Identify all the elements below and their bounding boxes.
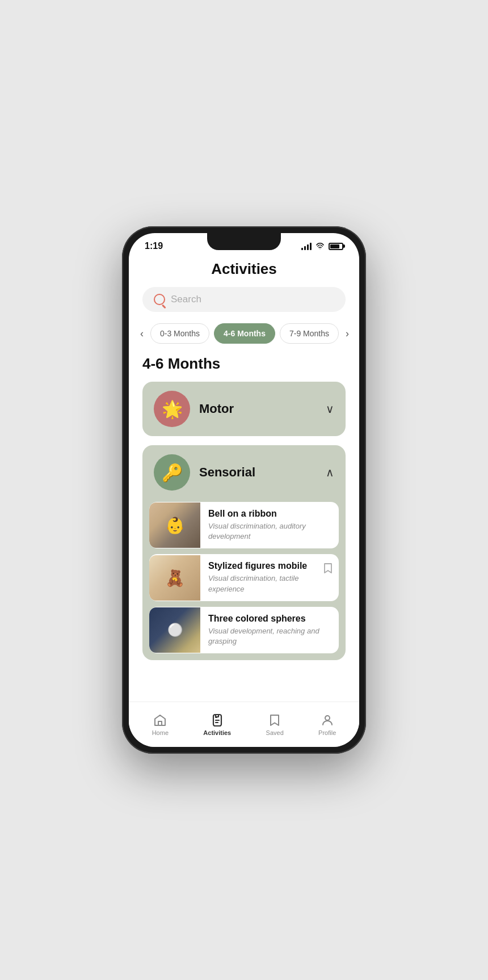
tab-4-6-months[interactable]: 4-6 Months (214, 323, 275, 344)
age-tabs: 0-3 Months 4-6 Months 7-9 Months (150, 323, 339, 344)
sensorial-chevron-up-icon: ∧ (326, 466, 334, 479)
bell-ribbon-title: Bell on a ribbon (208, 509, 331, 519)
sensorial-category-name: Sensorial (199, 465, 317, 480)
bell-ribbon-info: Bell on a ribbon Visual discrimination, … (200, 502, 339, 548)
prev-arrow[interactable]: ‹ (138, 326, 146, 342)
activity-bell-ribbon[interactable]: Bell on a ribbon Visual discrimination, … (149, 502, 339, 548)
motor-icon-emoji: 🌟 (162, 399, 183, 419)
sensorial-icon-circle: 🔑 (154, 454, 190, 491)
category-sensorial-header[interactable]: 🔑 Sensorial ∧ (142, 445, 346, 500)
age-filter: ‹ 0-3 Months 4-6 Months 7-9 Months › (129, 323, 359, 355)
tab-7-9-months[interactable]: 7-9 Months (280, 323, 339, 344)
motor-icon-circle: 🌟 (154, 391, 190, 427)
profile-icon (321, 713, 334, 727)
bell-ribbon-thumbnail (149, 502, 200, 548)
nav-home-label: Home (152, 729, 169, 736)
search-container: Search (129, 287, 359, 323)
status-time: 1:19 (145, 241, 163, 251)
notch (207, 233, 281, 250)
search-icon (154, 294, 165, 305)
activities-icon (211, 713, 224, 727)
signal-icon (301, 242, 312, 250)
sensorial-icon-emoji: 🔑 (162, 463, 183, 483)
status-icons (301, 242, 343, 250)
three-spheres-thumbnail (149, 607, 200, 653)
search-bar[interactable]: Search (142, 287, 346, 312)
sensorial-activity-list: Bell on a ribbon Visual discrimination, … (142, 500, 346, 660)
three-spheres-info: Three colored spheres Visual development… (200, 607, 339, 653)
saved-icon (268, 713, 281, 727)
stylized-mobile-info: Stylized figures mobile Visual discrimin… (200, 554, 322, 601)
stylized-mobile-thumbnail (149, 555, 200, 601)
nav-home[interactable]: Home (143, 710, 178, 740)
category-motor: 🌟 Motor ∨ (142, 382, 346, 436)
svg-rect-1 (158, 721, 162, 725)
bell-ribbon-description: Visual discrimination, auditory developm… (208, 521, 331, 542)
nav-activities[interactable]: Activities (194, 710, 240, 740)
nav-saved[interactable]: Saved (257, 710, 293, 740)
nav-saved-label: Saved (266, 729, 284, 736)
page-title: Activities (129, 255, 359, 287)
phone-screen: 1:19 (129, 233, 359, 747)
three-spheres-title: Three colored spheres (208, 614, 331, 624)
section-heading: 4-6 Months (129, 355, 359, 382)
home-icon (153, 713, 167, 727)
wifi-icon (315, 242, 325, 250)
three-spheres-image (149, 607, 200, 653)
svg-point-3 (325, 716, 330, 720)
svg-point-0 (319, 248, 320, 249)
screen-content: Activities Search ‹ 0-3 Months 4-6 Month… (129, 255, 359, 702)
stylized-mobile-description: Visual discrimination, tactile experienc… (208, 573, 314, 594)
nav-profile-label: Profile (318, 729, 336, 736)
tab-0-3-months[interactable]: 0-3 Months (150, 323, 209, 344)
phone-frame: 1:19 (122, 226, 366, 754)
bottom-nav: Home Activities Saved (129, 702, 359, 747)
categories-list: 🌟 Motor ∨ 🔑 Sensorial ∧ (129, 382, 359, 671)
category-sensorial: 🔑 Sensorial ∧ Bell on a (142, 445, 346, 660)
stylized-mobile-image (149, 555, 200, 601)
stylized-mobile-bookmark-icon[interactable] (322, 559, 339, 581)
activity-stylized-mobile[interactable]: Stylized figures mobile Visual discrimin… (149, 554, 339, 601)
three-spheres-description: Visual development, reaching and graspin… (208, 626, 331, 647)
nav-activities-label: Activities (203, 729, 231, 736)
stylized-mobile-title: Stylized figures mobile (208, 561, 314, 571)
activity-three-spheres[interactable]: Three colored spheres Visual development… (149, 607, 339, 653)
nav-profile[interactable]: Profile (309, 710, 345, 740)
battery-icon (329, 243, 343, 250)
battery-fill (330, 244, 339, 248)
next-arrow[interactable]: › (343, 326, 351, 342)
motor-chevron-down-icon: ∨ (326, 402, 334, 416)
motor-category-name: Motor (199, 402, 317, 416)
search-placeholder: Search (171, 294, 201, 305)
bell-ribbon-image (149, 502, 200, 548)
category-motor-header[interactable]: 🌟 Motor ∨ (142, 382, 346, 436)
